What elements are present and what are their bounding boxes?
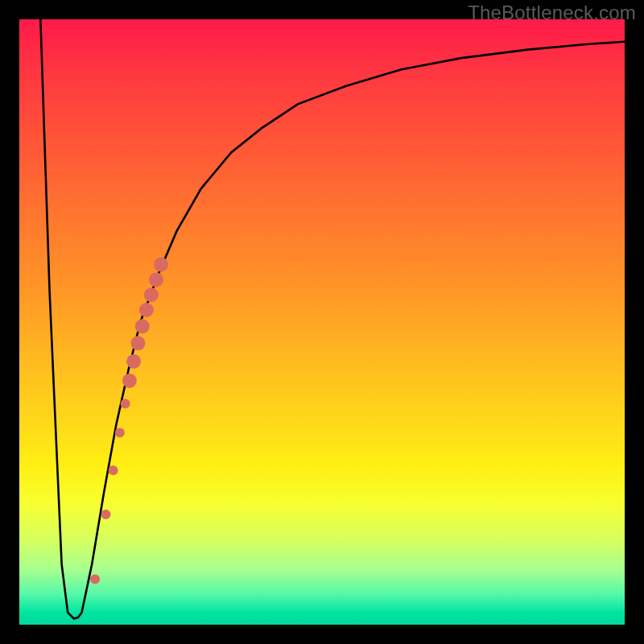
data-marker xyxy=(101,510,111,519)
data-marker xyxy=(139,303,154,317)
data-marker xyxy=(109,465,118,475)
data-marker xyxy=(144,287,159,302)
data-marker xyxy=(115,428,125,438)
bottleneck-curve xyxy=(40,19,625,619)
data-marker xyxy=(121,399,130,409)
data-marker xyxy=(154,258,168,272)
data-marker xyxy=(149,272,163,287)
data-marker xyxy=(122,374,137,388)
data-marker xyxy=(90,575,100,584)
plot-area xyxy=(19,19,625,625)
data-marker xyxy=(130,336,145,350)
data-marker xyxy=(135,319,150,333)
chart-frame: TheBottleneck.com xyxy=(0,0,644,644)
data-markers xyxy=(90,258,168,584)
data-marker xyxy=(126,354,141,369)
curve-layer xyxy=(19,19,625,625)
